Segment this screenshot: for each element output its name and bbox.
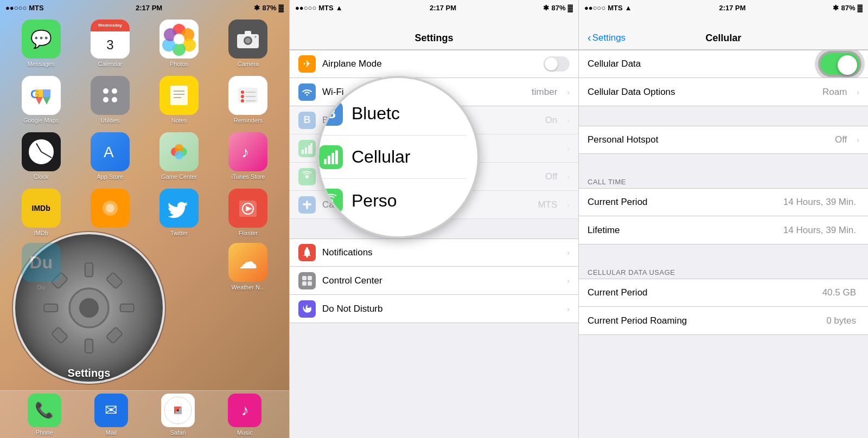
app-notes-icon xyxy=(159,76,199,115)
status-bar-left: ●●○○○ MTS xyxy=(5,4,44,12)
svg-point-9 xyxy=(245,38,251,43)
settings-cell-notifications[interactable]: Notifications › xyxy=(290,239,578,267)
mag-bluetooth-icon: B xyxy=(319,102,343,126)
dock: 📞 Phone ✉ Mail Safari ♪ xyxy=(0,390,289,438)
app-du[interactable]: Du Du xyxy=(9,243,73,291)
mag-cellular-item: Cellular xyxy=(317,136,467,179)
dock-safari[interactable]: Safari xyxy=(161,394,195,436)
magnifier-content: B Bluetc Cellular xyxy=(317,76,467,239)
svg-rect-21 xyxy=(170,86,188,105)
cellular-settings-list[interactable]: Cellular Data Cellular Data Options Roam… xyxy=(579,50,868,438)
app-flixster-label: Flixster xyxy=(239,230,258,236)
svg-rect-10 xyxy=(245,31,251,35)
app-flixster[interactable]: Flixster xyxy=(216,189,280,236)
app-orange[interactable] xyxy=(78,189,142,236)
app-reminders[interactable]: Reminders xyxy=(216,76,280,124)
back-button[interactable]: ‹ Settings xyxy=(588,31,626,44)
cellular-data-options-cell[interactable]: Cellular Data Options Roam › xyxy=(579,78,868,106)
spacer xyxy=(78,243,117,282)
svg-rect-71 xyxy=(308,281,312,286)
time-label: 2:17 PM xyxy=(136,4,162,12)
mag-bluetooth-label: Bluetc xyxy=(352,104,400,124)
app-camera[interactable]: Camera xyxy=(216,20,280,67)
app-itunes-label: iTunes Store xyxy=(231,173,265,180)
cellular-data-toggle[interactable] xyxy=(818,51,861,77)
mag-cellular-label: Cellular xyxy=(352,147,410,167)
svg-rect-59 xyxy=(302,150,304,154)
time-c: 2:17 PM xyxy=(719,4,745,12)
app-camera-label: Camera xyxy=(238,61,259,67)
personal-hotspot-cell[interactable]: Personal Hotspot Off › xyxy=(579,126,868,154)
airplane-toggle[interactable] xyxy=(544,56,570,72)
app-du-label: Du xyxy=(37,284,45,291)
dock-mail[interactable]: ✉ Mail xyxy=(94,394,128,436)
app-itunes[interactable]: ♪ iTunes Store xyxy=(216,132,280,180)
notifications-icon-box xyxy=(298,244,316,261)
call-time-lifetime-value: 14 Hours, 39 Min. xyxy=(783,225,856,236)
app-calendar[interactable]: Wednesday 3 Calendar xyxy=(78,20,142,67)
hotspot-group: Personal Hotspot Off › xyxy=(579,126,868,154)
cellular-data-group: Cellular Data Cellular Data Options Roam… xyxy=(579,50,868,106)
svg-rect-60 xyxy=(305,147,307,154)
svg-rect-45 xyxy=(85,339,93,353)
app-gamecenter[interactable]: Game Center xyxy=(147,132,212,180)
call-time-current-cell: Current Period 14 Hours, 39 Min. xyxy=(579,188,868,216)
battery-bar: ▓ xyxy=(568,4,573,12)
dock-music-icon: ♪ xyxy=(228,394,261,427)
cellular-data-cell[interactable]: Cellular Data xyxy=(579,50,868,78)
status-bar-right: ✱ 87% ▓ xyxy=(254,4,284,12)
group-sep-3 xyxy=(579,244,868,264)
app-weathernow-icon: ☁ xyxy=(228,243,267,282)
svg-point-36 xyxy=(175,151,183,159)
app-googlemaps[interactable]: G Google Maps xyxy=(9,76,73,124)
app-twitter[interactable]: Twitter xyxy=(147,189,212,236)
svg-rect-75 xyxy=(335,150,338,164)
app-photos[interactable]: Photos xyxy=(147,20,212,67)
app-imdb-label: IMDb xyxy=(34,230,48,236)
app-calendar-icon: Wednesday 3 xyxy=(91,20,130,59)
calendar-day: Wednesday xyxy=(91,20,130,31)
app-appstore[interactable]: A App Store xyxy=(78,132,142,180)
cellular-data-options-value: Roam xyxy=(822,87,847,98)
airplane-icon-box: ✈ xyxy=(298,55,316,73)
dock-music[interactable]: ♪ Music xyxy=(228,394,261,436)
settings-cell-airplane[interactable]: ✈ Airplane Mode xyxy=(290,50,578,78)
svg-point-20 xyxy=(112,97,117,102)
app-weathernow[interactable]: ☁ Weather N... xyxy=(216,243,280,291)
bluetooth-icon-box: B xyxy=(298,112,316,129)
cellular-status-left: ●●○○○ MTS ▲ xyxy=(584,4,632,12)
dock-phone[interactable]: 📞 Phone xyxy=(28,394,61,436)
mag-cellular-icon xyxy=(319,145,343,169)
app-messages[interactable]: 💬 Messages xyxy=(9,20,73,67)
settings-zoom-label: Settings xyxy=(13,367,165,379)
bluetooth-value: On xyxy=(545,115,558,126)
svg-rect-46 xyxy=(44,304,58,312)
app-grid: 💬 Messages Wednesday 3 Calendar xyxy=(0,15,289,241)
call-time-current-value: 14 Hours, 39 Min. xyxy=(783,197,856,208)
app-notes[interactable]: Notes xyxy=(147,76,212,124)
battery-icon: ▓ xyxy=(279,4,284,12)
app-messages-label: Messages xyxy=(28,61,55,67)
dock-safari-icon xyxy=(161,394,195,427)
svg-rect-74 xyxy=(331,153,334,164)
wifi-icon: ▲ xyxy=(336,4,343,12)
cellular-status-right: ✱ 87% ▓ xyxy=(833,4,863,12)
settings-cell-donotdisturb[interactable]: Do Not Disturb › xyxy=(290,295,578,323)
notifications-label: Notifications xyxy=(322,247,560,258)
app-clock[interactable]: Clock xyxy=(9,132,73,180)
app-imdb[interactable]: IMDb IMDb xyxy=(9,189,73,236)
cellular-options-chevron: › xyxy=(857,88,859,96)
data-usage-current-label: Current Period xyxy=(588,287,816,298)
dock-phone-label: Phone xyxy=(36,429,53,436)
settings-cell-controlcenter[interactable]: Control Center › xyxy=(290,267,578,295)
app-utilities[interactable]: Utilities xyxy=(78,76,142,124)
dock-safari-label: Safari xyxy=(170,429,186,436)
svg-rect-73 xyxy=(328,156,330,164)
hotspot-value: Off xyxy=(545,171,557,182)
cellular-header: ‹ Settings Cellular xyxy=(579,15,868,50)
app-clock-label: Clock xyxy=(34,173,49,180)
call-time-lifetime-cell: Lifetime 14 Hours, 39 Min. xyxy=(579,216,868,244)
group-sep-2 xyxy=(579,154,868,173)
svg-rect-70 xyxy=(302,281,307,286)
data-usage-header: CELLULAR DATA USAGE xyxy=(579,264,868,279)
